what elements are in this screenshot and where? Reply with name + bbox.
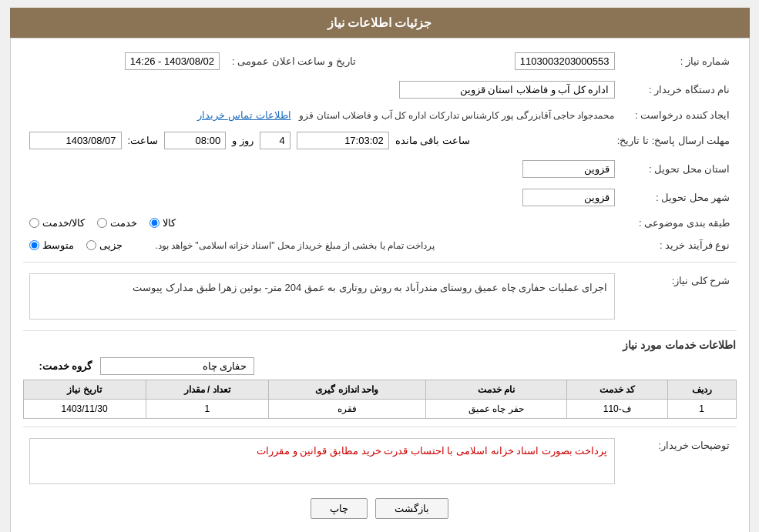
purchase-type-jozii: جزیی [86,239,123,251]
purchase-type-mutawaset: متوسط [29,239,74,251]
response-date-label: مهلت ارسال پاسخ: تا تاریخ: [611,129,737,152]
page-title: جزئیات اطلاعات نیاز [10,8,750,38]
requester-value: محمدجواد حاجی آقابزرگی پور کارشناس تدارک… [299,110,614,121]
requester-label: ایجاد کننده درخواست : [621,106,737,124]
group-service-value: حفاری چاه [100,357,254,375]
category-label: طبقه بندی موضوعی : [621,214,737,232]
col-name: نام خدمت [425,380,566,400]
province-delivery-value: قزوین [522,160,615,178]
services-section-title: اطلاعات خدمات مورد نیاز [23,339,737,351]
services-table: ردیف کد خدمت نام خدمت واحد اندازه گیری ت… [23,380,737,419]
category-kala: کالا [149,217,176,229]
need-number-label: شماره نیاز : [621,49,737,73]
category-khidmat: خدمت [97,217,137,229]
buyer-notes-label: توضیحات خریدار: [621,435,737,487]
group-service-label: گروه خدمت: [23,360,92,372]
col-qty: تعداد / مقدار [146,380,268,400]
announce-date-label: تاریخ و ساعت اعلان عمومی : [226,49,362,73]
buyer-notes-value: پرداخت بصورت اسناد خزانه اسلامی با احتسا… [29,438,615,484]
col-row: ردیف [667,380,736,400]
remaining-label: ساعت باقی مانده [395,135,470,146]
date-value: 1403/08/07 [29,132,122,149]
need-number-value: 1103003203000553 [515,52,615,70]
purchase-type-label: نوع فرآیند خرید : [621,236,737,254]
time-value: 08:00 [164,132,226,149]
print-button[interactable]: چاپ [311,498,368,519]
general-desc-label: شرح کلی نیاز: [621,270,737,323]
col-date: تاریخ نیاز [23,380,146,400]
buyer-org-value: اداره کل آب و فاضلاب استان قزوین [399,81,615,99]
city-delivery-value: قزوین [522,189,615,206]
col-unit: واحد اندازه گیری [268,380,425,400]
time-label: ساعت: [128,135,159,146]
category-kala-khidmat: کالا/خدمت [29,217,86,229]
col-code: کد خدمت [566,380,667,400]
general-desc-value: اجرای عملیات حفاری چاه عمیق روستای مندرآ… [29,273,615,320]
back-button[interactable]: بازگشت [375,498,448,519]
province-delivery-label: استان محل تحویل : [621,157,737,181]
remaining-time: 17:03:02 [297,132,389,149]
table-row: 1ف-110حفر چاه عمیقفقره11403/11/30 [23,400,736,419]
days-value: 4 [260,132,291,149]
days-label: روز و [232,135,254,146]
announce-date-value: 1403/08/02 - 14:26 [125,52,220,70]
requester-link[interactable]: اطلاعات تماس خریدار [197,109,291,121]
purchase-note: پرداخت تمام یا بخشی از مبلغ خریداز محل "… [155,240,435,251]
buyer-org-label: نام دستگاه خریدار : [621,78,737,102]
city-delivery-label: شهر محل تحویل : [621,186,737,209]
